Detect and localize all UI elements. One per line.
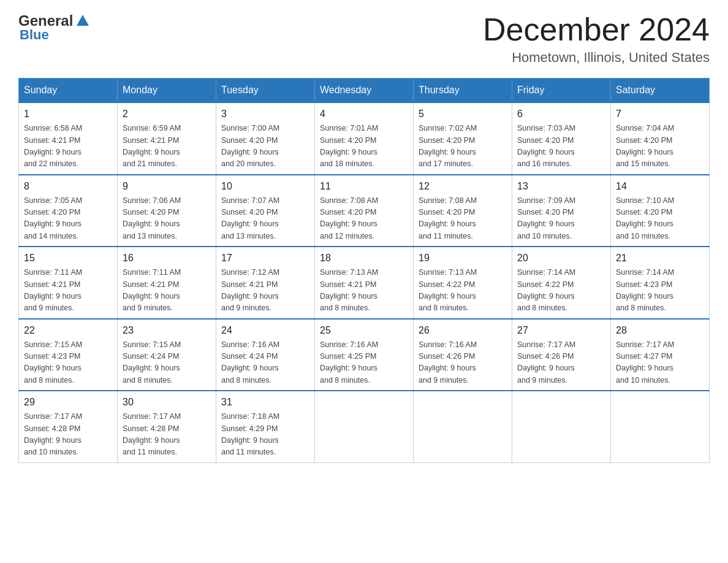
day-number: 5 [419,107,507,121]
calendar-cell: 20Sunrise: 7:14 AMSunset: 4:22 PMDayligh… [512,247,611,319]
calendar-cell: 17Sunrise: 7:12 AMSunset: 4:21 PMDayligh… [216,247,315,319]
day-number: 30 [123,395,211,410]
day-number: 13 [517,179,605,194]
calendar-cell [512,391,611,462]
day-info: Sunrise: 7:16 AMSunset: 4:26 PMDaylight:… [419,339,507,387]
col-header-monday: Monday [118,79,216,103]
day-info: Sunrise: 7:03 AMSunset: 4:20 PMDaylight:… [517,123,605,170]
calendar-cell: 29Sunrise: 7:17 AMSunset: 4:28 PMDayligh… [19,391,118,462]
day-info: Sunrise: 7:06 AMSunset: 4:20 PMDaylight:… [123,195,211,243]
day-info: Sunrise: 7:07 AMSunset: 4:20 PMDaylight:… [221,195,309,243]
week-row-3: 15Sunrise: 7:11 AMSunset: 4:21 PMDayligh… [19,247,710,319]
day-number: 16 [123,251,211,266]
day-info: Sunrise: 7:02 AMSunset: 4:20 PMDaylight:… [419,123,507,170]
day-number: 7 [616,107,704,121]
day-info: Sunrise: 7:17 AMSunset: 4:28 PMDaylight:… [123,411,211,459]
calendar-cell: 16Sunrise: 7:11 AMSunset: 4:21 PMDayligh… [118,247,216,319]
calendar-cell: 5Sunrise: 7:02 AMSunset: 4:20 PMDaylight… [414,102,512,175]
day-number: 18 [320,251,408,266]
day-info: Sunrise: 7:15 AMSunset: 4:24 PMDaylight:… [123,339,211,387]
week-row-2: 8Sunrise: 7:05 AMSunset: 4:20 PMDaylight… [19,175,710,247]
col-header-saturday: Saturday [611,79,710,103]
calendar-title: December 2024 [483,12,710,47]
calendar-cell: 3Sunrise: 7:00 AMSunset: 4:20 PMDaylight… [216,102,315,175]
day-number: 2 [123,107,211,121]
day-info: Sunrise: 7:04 AMSunset: 4:20 PMDaylight:… [616,123,704,170]
svg-marker-0 [77,15,89,26]
day-info: Sunrise: 7:16 AMSunset: 4:24 PMDaylight:… [221,339,309,387]
day-info: Sunrise: 7:01 AMSunset: 4:20 PMDaylight:… [320,123,408,170]
day-info: Sunrise: 7:11 AMSunset: 4:21 PMDaylight:… [123,267,211,315]
calendar-cell: 19Sunrise: 7:13 AMSunset: 4:22 PMDayligh… [414,247,512,319]
calendar-cell [611,391,710,462]
day-info: Sunrise: 7:08 AMSunset: 4:20 PMDaylight:… [320,195,408,243]
day-number: 4 [320,107,408,121]
day-info: Sunrise: 7:18 AMSunset: 4:29 PMDaylight:… [221,411,309,459]
col-header-sunday: Sunday [19,79,118,103]
logo-icon [74,12,91,29]
calendar-cell: 24Sunrise: 7:16 AMSunset: 4:24 PMDayligh… [216,319,315,391]
logo-area: General Blue [18,12,93,43]
day-number: 1 [24,107,112,121]
calendar-cell: 4Sunrise: 7:01 AMSunset: 4:20 PMDaylight… [315,102,414,175]
page-header: General Blue December 2024 Hometown, Ill… [18,12,710,66]
day-number: 21 [616,251,704,266]
calendar-cell [315,391,414,462]
calendar-cell: 7Sunrise: 7:04 AMSunset: 4:20 PMDaylight… [611,102,710,175]
day-info: Sunrise: 7:13 AMSunset: 4:22 PMDaylight:… [419,267,507,315]
day-number: 23 [123,323,211,338]
day-info: Sunrise: 7:09 AMSunset: 4:20 PMDaylight:… [517,195,605,243]
col-header-friday: Friday [512,79,611,103]
day-number: 3 [221,107,309,121]
calendar-cell: 26Sunrise: 7:16 AMSunset: 4:26 PMDayligh… [414,319,512,391]
calendar-cell: 22Sunrise: 7:15 AMSunset: 4:23 PMDayligh… [19,319,118,391]
day-info: Sunrise: 7:13 AMSunset: 4:21 PMDaylight:… [320,267,408,315]
week-row-5: 29Sunrise: 7:17 AMSunset: 4:28 PMDayligh… [19,391,710,462]
day-number: 14 [616,179,704,194]
day-number: 15 [24,251,112,266]
calendar-cell: 25Sunrise: 7:16 AMSunset: 4:25 PMDayligh… [315,319,414,391]
day-info: Sunrise: 7:17 AMSunset: 4:26 PMDaylight:… [517,339,605,387]
day-number: 24 [221,323,309,338]
day-number: 26 [419,323,507,338]
logo-blue-text: Blue [20,27,49,43]
calendar-cell: 21Sunrise: 7:14 AMSunset: 4:23 PMDayligh… [611,247,710,319]
day-number: 28 [616,323,704,338]
calendar-cell: 14Sunrise: 7:10 AMSunset: 4:20 PMDayligh… [611,175,710,247]
week-row-4: 22Sunrise: 7:15 AMSunset: 4:23 PMDayligh… [19,319,710,391]
day-number: 25 [320,323,408,338]
day-info: Sunrise: 7:10 AMSunset: 4:20 PMDaylight:… [616,195,704,243]
calendar-cell: 13Sunrise: 7:09 AMSunset: 4:20 PMDayligh… [512,175,611,247]
col-header-thursday: Thursday [414,79,512,103]
day-number: 10 [221,179,309,194]
calendar-cell: 15Sunrise: 7:11 AMSunset: 4:21 PMDayligh… [19,247,118,319]
col-header-tuesday: Tuesday [216,79,315,103]
day-info: Sunrise: 7:11 AMSunset: 4:21 PMDaylight:… [24,267,112,315]
day-number: 27 [517,323,605,338]
day-number: 9 [123,179,211,194]
day-info: Sunrise: 7:00 AMSunset: 4:20 PMDaylight:… [221,123,309,170]
day-number: 29 [24,395,112,410]
day-number: 20 [517,251,605,266]
day-info: Sunrise: 7:14 AMSunset: 4:23 PMDaylight:… [616,267,704,315]
day-info: Sunrise: 7:16 AMSunset: 4:25 PMDaylight:… [320,339,408,387]
calendar-cell: 1Sunrise: 6:58 AMSunset: 4:21 PMDaylight… [19,102,118,175]
calendar-cell: 18Sunrise: 7:13 AMSunset: 4:21 PMDayligh… [315,247,414,319]
calendar-cell: 9Sunrise: 7:06 AMSunset: 4:20 PMDaylight… [118,175,216,247]
calendar-cell: 2Sunrise: 6:59 AMSunset: 4:21 PMDaylight… [118,102,216,175]
calendar-cell: 11Sunrise: 7:08 AMSunset: 4:20 PMDayligh… [315,175,414,247]
calendar-cell: 27Sunrise: 7:17 AMSunset: 4:26 PMDayligh… [512,319,611,391]
calendar-cell: 30Sunrise: 7:17 AMSunset: 4:28 PMDayligh… [118,391,216,462]
day-number: 6 [517,107,605,121]
calendar-table: SundayMondayTuesdayWednesdayThursdayFrid… [18,78,710,463]
day-info: Sunrise: 7:17 AMSunset: 4:27 PMDaylight:… [616,339,704,387]
calendar-cell: 28Sunrise: 7:17 AMSunset: 4:27 PMDayligh… [611,319,710,391]
day-number: 31 [221,395,309,410]
col-header-wednesday: Wednesday [315,79,414,103]
day-info: Sunrise: 7:17 AMSunset: 4:28 PMDaylight:… [24,411,112,459]
day-info: Sunrise: 7:05 AMSunset: 4:20 PMDaylight:… [24,195,112,243]
week-row-1: 1Sunrise: 6:58 AMSunset: 4:21 PMDaylight… [19,102,710,175]
calendar-cell: 31Sunrise: 7:18 AMSunset: 4:29 PMDayligh… [216,391,315,462]
day-info: Sunrise: 6:58 AMSunset: 4:21 PMDaylight:… [24,123,112,170]
day-info: Sunrise: 7:12 AMSunset: 4:21 PMDaylight:… [221,267,309,315]
